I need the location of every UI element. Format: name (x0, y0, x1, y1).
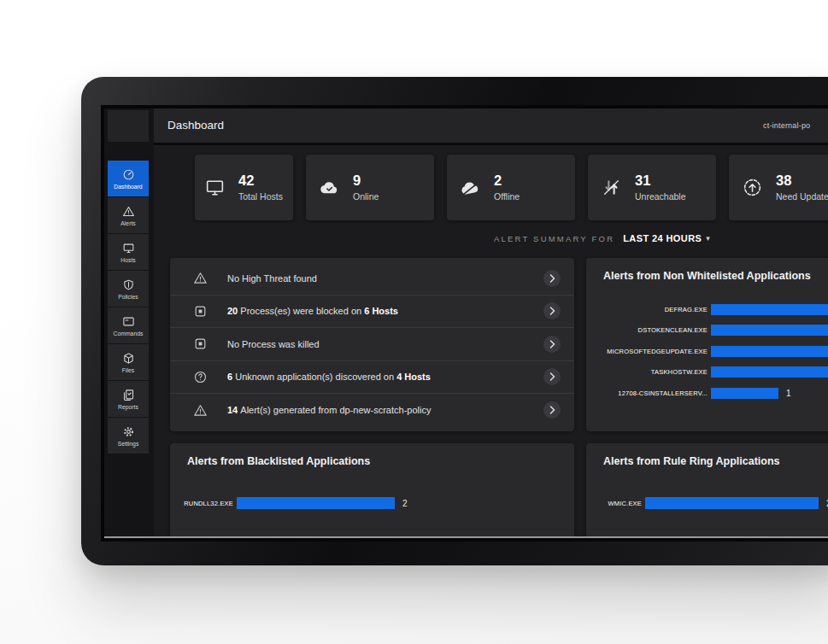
bar-label: WMIC.EXE (586, 500, 642, 507)
alert-row-text: No High Threat found (227, 273, 317, 284)
stat-card-offline[interactable]: 2 Offline (447, 155, 575, 220)
bar (711, 388, 778, 399)
bar-value: 2 (402, 499, 408, 508)
alert-summary-row: ALERT SUMMARY FOR LAST 24 HOURS ▾ (494, 233, 710, 243)
chart-row: MICROSOFTEDGEUPDATE.EXE 2 (586, 341, 828, 362)
alert-row-killed-processes[interactable]: No Process was killed (170, 328, 574, 361)
stat-value: 38 (776, 173, 828, 188)
sidebar: Dashboard Alerts Hosts Policies (104, 108, 154, 538)
alert-row-text: No Process was killed (227, 339, 320, 349)
sidebar-item-label: Settings (118, 441, 139, 447)
chart-row: 12708-CSINSTALLERSERV... 1 (586, 383, 828, 404)
bar (711, 366, 828, 378)
cloud-off-icon (460, 177, 481, 198)
stat-cards-row: 42 Total Hosts 9 Online 2 Offline (195, 155, 828, 220)
bar (711, 325, 828, 336)
sidebar-items: Dashboard Alerts Hosts Policies (108, 161, 149, 454)
stat-card-unreachable[interactable]: 31 Unreachable (588, 155, 716, 220)
cloud-check-icon (319, 177, 340, 198)
rule-ring-chart-panel: Alerts from Rule Ring Applications WMIC.… (586, 443, 828, 538)
alert-row-text: 14 Alert(s) generated from dp-new-scratc… (227, 405, 431, 415)
cube-icon (122, 352, 135, 365)
stat-label: Total Hosts (238, 191, 283, 202)
block-icon (193, 337, 208, 351)
chevron-right-icon[interactable] (543, 401, 561, 419)
stat-card-total-hosts[interactable]: 42 Total Hosts (195, 155, 293, 220)
stat-label: Offline (494, 191, 520, 202)
screen: Dashboard Alerts Hosts Policies (104, 108, 828, 538)
alert-row-blocked-processes[interactable]: 20 Process(es) were blocked on 6 Hosts (170, 296, 574, 329)
alert-row-text: 6 Unknown application(s) discovered on 4… (227, 372, 431, 382)
header-divider (154, 143, 828, 145)
host-label: ct-internal-po (763, 121, 810, 130)
warning-icon (193, 271, 208, 285)
chevron-right-icon[interactable] (543, 336, 561, 353)
sidebar-item-label: Files (122, 367, 134, 373)
sidebar-item-files[interactable]: Files (108, 344, 149, 380)
chevron-right-icon[interactable] (543, 368, 561, 385)
bar-label: MICROSOFTEDGEUPDATE.EXE (586, 348, 708, 355)
alerts-list-panel: No High Threat found 20 Process(es) were… (170, 258, 574, 431)
sidebar-item-label: Reports (118, 404, 138, 410)
bar (237, 497, 395, 509)
dashboard-app: Dashboard Alerts Hosts Policies (104, 108, 828, 538)
bar-chart: DEFRAG.EXE 2 DSTOKENCLEAN.EXE 2 MICROSOF… (586, 299, 828, 404)
sidebar-item-reports[interactable]: Reports (108, 381, 149, 417)
sidebar-item-label: Hosts (120, 257, 135, 263)
bar-label: RUNDLL32.EXE (170, 500, 233, 507)
chart-row: DSTOKENCLEAN.EXE 2 (586, 320, 828, 342)
bar-label: 12708-CSINSTALLERSERV... (586, 389, 708, 397)
alert-row-high-threat[interactable]: No High Threat found (170, 262, 574, 296)
monitor-icon (122, 242, 135, 255)
sidebar-item-commands[interactable]: Commands (108, 307, 149, 343)
top-bar: Dashboard ct-internal-po (154, 108, 828, 143)
stat-card-need-update[interactable]: 38 Need Update (729, 155, 828, 220)
bar (645, 497, 819, 509)
stat-value: 42 (238, 173, 283, 188)
sidebar-item-policies[interactable]: Policies (108, 271, 149, 307)
chart-row: RUNDLL32.EXE 2 (170, 491, 574, 515)
gauge-icon (122, 168, 135, 181)
gear-icon (122, 425, 135, 438)
panel-title: Alerts from Non Whitelisted Applications (603, 270, 811, 282)
sidebar-item-alerts[interactable]: Alerts (108, 197, 149, 233)
chart-row: WMIC.EXE 2 (586, 491, 828, 515)
bar-label: DEFRAG.EXE (586, 306, 708, 313)
time-range-dropdown[interactable]: LAST 24 HOURS ▾ (623, 233, 710, 243)
stat-value: 31 (635, 173, 686, 188)
non-whitelisted-chart-panel: Alerts from Non Whitelisted Applications… (586, 258, 828, 431)
chart-row: TASKHOSTW.EXE 2 (586, 362, 828, 383)
sidebar-item-label: Policies (118, 294, 138, 300)
bar (711, 346, 828, 357)
chart-row: DEFRAG.EXE 2 (586, 299, 828, 320)
bar-chart: RUNDLL32.EXE 2 (170, 491, 574, 515)
alert-row-policy-alerts[interactable]: 14 Alert(s) generated from dp-new-scratc… (170, 394, 574, 427)
chevron-right-icon[interactable] (543, 302, 561, 319)
alert-summary-label: ALERT SUMMARY FOR (494, 234, 614, 243)
sidebar-item-label: Alerts (120, 220, 135, 226)
sidebar-item-label: Dashboard (114, 184, 142, 190)
arrows-slash-icon (601, 177, 622, 198)
blacklisted-chart-panel: Alerts from Blacklisted Applications RUN… (170, 443, 574, 538)
sidebar-item-label: Commands (114, 331, 144, 337)
bar-label: TASKHOSTW.EXE (586, 368, 708, 376)
device-bezel: Dashboard Alerts Hosts Policies (81, 77, 828, 565)
sidebar-item-settings[interactable]: Settings (108, 418, 149, 454)
stat-label: Unreachable (635, 191, 686, 202)
chevron-right-icon[interactable] (543, 270, 561, 287)
page-title: Dashboard (167, 119, 224, 132)
warning-icon (193, 403, 208, 418)
stat-card-online[interactable]: 9 Online (306, 155, 434, 220)
stat-label: Online (353, 191, 379, 202)
stat-value: 2 (494, 173, 520, 188)
sidebar-item-hosts[interactable]: Hosts (108, 234, 149, 270)
stat-value: 9 (353, 173, 379, 188)
panel-title: Alerts from Rule Ring Applications (603, 455, 780, 467)
sidebar-item-dashboard[interactable]: Dashboard (108, 161, 149, 196)
alert-row-unknown-apps[interactable]: 6 Unknown application(s) discovered on 4… (170, 361, 574, 395)
shield-icon (122, 278, 135, 291)
monitor-icon (204, 177, 226, 198)
question-icon (193, 370, 208, 384)
time-range-value: LAST 24 HOURS (623, 233, 702, 243)
bar-chart: WMIC.EXE 2 (586, 491, 828, 515)
